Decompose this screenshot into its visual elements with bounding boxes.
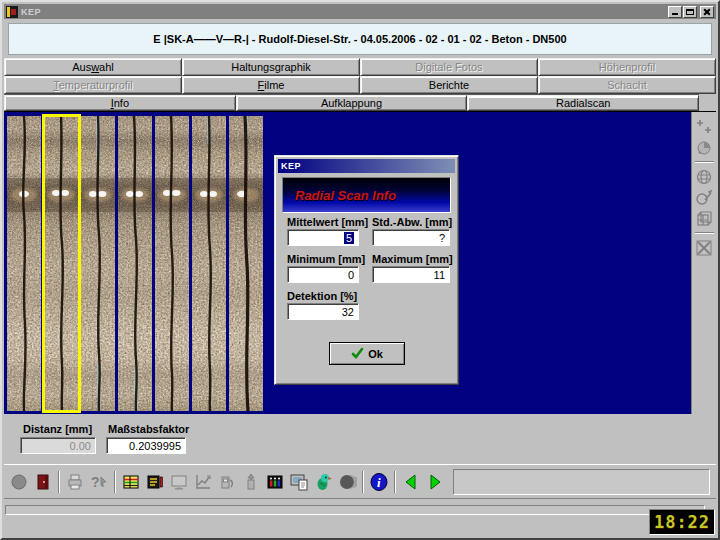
close-button[interactable] [700,6,714,18]
application-window: KEP E |SK-A——V—R-| - Rudolf-Diesel-Str. … [0,0,720,540]
dialog-title: KEP [281,161,301,171]
nav-schacht: Schacht [538,76,716,94]
header: E |SK-A——V—R-| - Rudolf-Diesel-Str. - 04… [4,19,716,58]
massstab-value: 0.2039995 [129,440,181,452]
toolbar-separator [394,471,396,493]
nav-temperaturprofil: Temperaturprofil [4,76,182,94]
status-bar: 18:22 [4,498,716,536]
mittelwert-field[interactable]: 5 [287,229,359,246]
inspection-title: E |SK-A——V—R-| - Rudolf-Diesel-Str. - 04… [153,33,566,45]
monitor-document-icon[interactable] [287,469,311,495]
detektion-value: 32 [342,306,354,318]
side-toolbar-separator [695,232,714,234]
detektion-label: Detektion [%] [287,290,357,302]
tab-label: Aufklappung [321,97,382,109]
window-title: KEP [21,7,668,17]
distanz-value: 0.00 [70,440,91,452]
bottom-toolbar: ? [4,464,716,498]
nav-digitale-fotos: Digitale Fotos [360,58,538,76]
nav-auswahl[interactable]: Auswahl [4,58,182,76]
massstab-label: Maßstabsfaktor [108,423,189,435]
monitor-icon [167,469,191,495]
maximum-field[interactable]: 11 [372,266,450,283]
ok-button-label: Ok [368,348,383,360]
nav-label: Schacht [607,79,647,91]
dialog-banner: Radial Scan Info [282,177,451,213]
tab-info[interactable]: Info [4,95,236,111]
window-titlebar: KEP [4,4,716,19]
app-icon[interactable] [6,6,18,18]
delete-cross-icon [694,237,715,258]
printer-icon [63,469,87,495]
mittelwert-value: 5 [344,232,354,244]
maximize-button[interactable] [683,6,697,18]
svg-text:?: ? [91,474,100,490]
chart-icon [191,469,215,495]
toolbar-separator [58,471,60,493]
hydrant-icon [239,469,263,495]
data-table-icon[interactable] [119,469,143,495]
context-help-icon: ? [87,469,111,495]
nav-haltungsgraphik[interactable]: Haltungsgraphik [182,58,360,76]
color-bars-icon[interactable] [263,469,287,495]
rotate-pie-icon [694,137,715,158]
sphere-icon[interactable] [335,469,359,495]
maximize-icon [686,9,694,15]
tab-aufklappung[interactable]: Aufklappung [236,95,468,111]
distanz-field: 0.00 [20,437,96,454]
parrot-icon[interactable] [311,469,335,495]
record-circle-icon [7,469,31,495]
maximum-label: Maximum [mm] [372,253,453,265]
stdabw-field[interactable]: ? [372,229,450,246]
tab-label: Radialscan [556,97,610,109]
zoom-crosshair-icon [694,116,715,137]
toolbar-separator [114,471,116,493]
header-band: E |SK-A——V—R-| - Rudolf-Diesel-Str. - 04… [8,23,712,55]
nav-hoehenprofil: Höhenprofil [538,58,716,76]
nav-label: Filme [258,79,285,91]
stdabw-label: Std.-Abw. [mm] [372,216,452,228]
mesh-globe-icon [694,166,715,187]
mesh-cube-icon [694,208,715,229]
dialog-banner-text: Radial Scan Info [295,188,396,203]
massstab-field[interactable]: 0.2039995 [106,437,186,454]
video-display-icon[interactable] [143,469,167,495]
dialog-titlebar[interactable]: KEP [278,159,455,173]
next-arrow-icon[interactable] [423,469,447,495]
svg-text:i: i [377,475,381,490]
nav-label: Berichte [429,79,469,91]
nav-filme[interactable]: Filme [182,76,360,94]
clock-time: 18:22 [654,512,710,532]
nav-row-2: Temperaturprofil Filme Berichte Schacht [4,76,716,94]
gas-pump-icon [215,469,239,495]
minimize-button[interactable] [668,6,682,18]
view-tabs: Info Aufklappung Radialscan [4,94,699,111]
nav-row-1: Auswahl Haltungsgraphik Digitale Fotos H… [4,58,716,76]
tab-radialscan[interactable]: Radialscan [467,95,699,111]
minimum-label: Minimum [mm] [287,253,365,265]
nav-label: Digitale Fotos [415,61,482,73]
toolbar-empty-panel [453,469,710,495]
radial-scan-image[interactable] [5,114,263,413]
measurement-panel: Distanz [mm] Maßstabsfaktor 0.00 0.20399… [4,414,716,464]
window-controls [668,6,714,18]
nav-label: Auswahl [72,61,114,73]
ok-button[interactable]: Ok [329,342,405,365]
detektion-field[interactable]: 32 [287,303,359,320]
exit-door-icon[interactable] [31,469,55,495]
stdabw-value: ? [439,232,445,244]
clock-display: 18:22 [649,509,715,535]
info-icon[interactable]: i [367,469,391,495]
nav-label: Höhenprofil [599,61,655,73]
tab-label: Info [111,97,129,109]
nav-label: Temperaturprofil [53,79,132,91]
side-toolbar-separator [695,161,714,163]
check-icon [351,347,364,360]
radial-scan-info-dialog: KEP Radial Scan Info Mittelwert [mm] Std… [274,155,459,385]
prev-arrow-icon[interactable] [399,469,423,495]
status-message-panel [5,505,705,515]
nav-berichte[interactable]: Berichte [360,76,538,94]
distanz-label: Distanz [mm] [23,423,92,435]
minimum-field[interactable]: 0 [287,266,359,283]
side-toolbar [691,112,716,415]
